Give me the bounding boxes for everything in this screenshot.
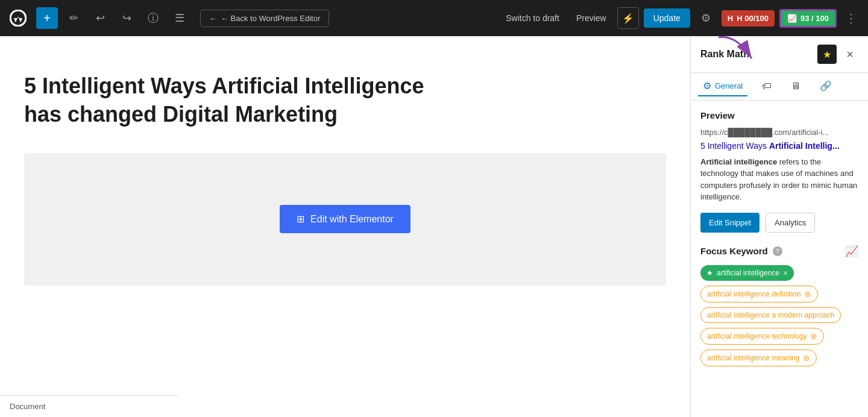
links-tab-icon: 🔗 <box>820 80 832 92</box>
bottom-bar: Document <box>0 395 178 417</box>
add-block-button[interactable]: + <box>36 7 58 29</box>
up-icon: 📈 <box>787 14 797 23</box>
secondary-keyword-technology-text: artificial intelligence technology <box>707 332 807 340</box>
keyword-tags-container: ★ artificial intelligence × artificial i… <box>700 265 858 366</box>
back-arrow-icon: ← <box>209 14 217 23</box>
preview-url: https://c████████.com/artificial-i... <box>700 128 858 137</box>
preview-actions: Edit Snippet Analytics <box>700 213 858 233</box>
rank-score-h-value: H 00/100 <box>737 14 769 23</box>
sidebar-tabs: ⚙ General 🏷 🖥 🔗 <box>691 73 868 101</box>
back-to-wordpress-button[interactable]: ← ← Back to WordPress Editor <box>200 10 329 27</box>
schema-tab-icon: 🖥 <box>791 81 800 92</box>
update-button[interactable]: Update <box>644 8 690 28</box>
keyword-tag-technology: artificial intelligence technology ⊗ <box>700 328 824 345</box>
analytics-button[interactable]: Analytics <box>766 213 815 233</box>
preview-link-bold: Artificial Intellig... <box>769 141 840 151</box>
sidebar-title: Rank Math <box>700 49 749 60</box>
toolbar: + ✏ ↩ ↪ ⓘ ☰ ← ← Back to WordPress Editor… <box>0 0 868 36</box>
social-tab-icon: 🏷 <box>762 81 772 92</box>
rank-score-green-button[interactable]: 📈 93 / 100 <box>779 9 837 28</box>
close-sidebar-button[interactable]: × <box>841 46 858 63</box>
elementor-block: ⊞ Edit with Elementor <box>24 153 666 286</box>
preview-desc-bold: Artificial intelligence <box>700 157 777 166</box>
primary-keyword-text: artificial intelligence <box>717 269 779 277</box>
editor-area: 5 Intelligent Ways Artificial Intelligen… <box>0 36 690 417</box>
keyword-tag-definition: artificial intelligence definition ⊗ <box>700 286 818 303</box>
keyword-tag-meaning: artificial intelligence meaning ⊗ <box>700 350 817 366</box>
lightning-button[interactable]: ⚡ <box>617 7 639 29</box>
chart-icon[interactable]: 📈 <box>845 245 858 258</box>
general-tab-icon: ⚙ <box>703 80 711 92</box>
secondary-keyword-meaning-text: artificial intelligence meaning <box>707 354 799 362</box>
focus-keyword-title: Focus Keyword <box>700 246 768 256</box>
info-button[interactable]: ⓘ <box>142 7 164 29</box>
keyword-tag-modern-approach: artificial intelligence a modern approac… <box>700 307 841 323</box>
h-icon: H <box>728 14 733 23</box>
wp-logo[interactable] <box>7 7 29 29</box>
general-tab-label: General <box>715 81 743 90</box>
rank-score-h-button[interactable]: H H 00/100 <box>722 10 775 27</box>
preview-button[interactable]: Preview <box>570 10 612 27</box>
primary-keyword-remove[interactable]: × <box>783 268 788 278</box>
secondary-keyword-meaning-remove[interactable]: ⊗ <box>803 353 810 363</box>
preview-description: Artificial intelligence refers to the te… <box>700 156 858 203</box>
secondary-keyword-definition-remove[interactable]: ⊗ <box>804 289 811 299</box>
secondary-keyword-modern-approach-text: artificial intelligence a modern approac… <box>707 311 834 319</box>
sidebar-header: Rank Math ★ × <box>691 36 868 73</box>
back-label: ← Back to WordPress Editor <box>221 14 320 23</box>
edit-with-elementor-button[interactable]: ⊞ Edit with Elementor <box>280 205 410 233</box>
undo-button[interactable]: ↩ <box>89 7 111 29</box>
elementor-icon: ⊞ <box>297 213 304 225</box>
star-button[interactable]: ★ <box>817 45 837 64</box>
preview-section-title: Preview <box>700 110 858 121</box>
more-options-button[interactable]: ⋮ <box>841 11 861 25</box>
edit-icon-button[interactable]: ✏ <box>63 7 84 29</box>
sidebar-header-actions: ★ × <box>817 45 858 64</box>
post-title[interactable]: 5 Intelligent Ways Artificial Intelligen… <box>24 72 446 129</box>
primary-star-icon: ★ <box>706 269 713 277</box>
switch-draft-button[interactable]: Switch to draft <box>500 10 565 27</box>
keyword-tag-primary: ★ artificial intelligence × <box>700 265 794 281</box>
focus-keyword-header: Focus Keyword ? 📈 <box>700 245 858 258</box>
preview-link-part1: 5 Intelligent Ways <box>700 141 769 151</box>
settings-button[interactable]: ⚙ <box>695 7 717 29</box>
help-icon[interactable]: ? <box>773 246 782 256</box>
rank-math-sidebar: Rank Math ★ × ⚙ General 🏷 🖥 🔗 Pre <box>690 36 868 417</box>
tab-general[interactable]: ⚙ General <box>698 77 747 96</box>
tab-schema[interactable]: 🖥 <box>786 77 805 96</box>
edit-snippet-button[interactable]: Edit Snippet <box>700 213 760 233</box>
list-view-button[interactable]: ☰ <box>169 7 190 29</box>
secondary-keyword-definition-text: artificial intelligence definition <box>707 290 800 298</box>
elementor-btn-label: Edit with Elementor <box>310 214 394 225</box>
sidebar-content: Preview https://c████████.com/artificial… <box>691 101 868 417</box>
main-layout: 5 Intelligent Ways Artificial Intelligen… <box>0 36 868 417</box>
bottom-bar-label: Document <box>10 402 45 411</box>
tab-links[interactable]: 🔗 <box>815 77 837 96</box>
preview-link: 5 Intelligent Ways Artificial Intellig..… <box>700 140 858 152</box>
redo-button[interactable]: ↪ <box>116 7 137 29</box>
secondary-keyword-technology-remove[interactable]: ⊗ <box>810 331 817 341</box>
rank-score-green-value: 93 / 100 <box>800 14 829 23</box>
tab-social[interactable]: 🏷 <box>757 77 776 96</box>
